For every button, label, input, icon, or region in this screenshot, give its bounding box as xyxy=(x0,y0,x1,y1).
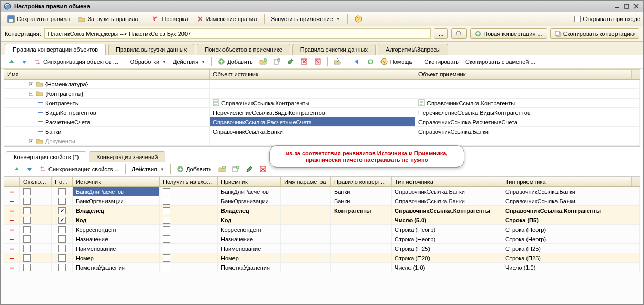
add-folder-button[interactable] xyxy=(257,56,269,67)
copy-replace-button[interactable]: Скопировать с заменой ... xyxy=(463,57,538,66)
checkbox-icon[interactable] xyxy=(23,235,31,243)
processings-button[interactable]: Обработки▼ xyxy=(128,57,169,66)
checkbox-icon[interactable] xyxy=(163,217,170,224)
help-upper-button[interactable]: ? Помощь xyxy=(378,56,415,67)
lower-col-source[interactable]: Источник xyxy=(73,177,160,186)
checkbox-icon[interactable] xyxy=(23,198,31,205)
checkbox-icon[interactable] xyxy=(163,254,170,262)
tab-property-conversion[interactable]: Конвертация свойств (*) xyxy=(6,151,86,162)
table-row[interactable]: –БанкОрганизацииБанкОрганизацииБанкиСпра… xyxy=(4,196,640,206)
add-folder-lower-button[interactable] xyxy=(216,164,228,174)
tree-row[interactable]: КонтрагентыСправочникСсылка.КонтрагентыС… xyxy=(4,99,640,108)
tab-cleanup[interactable]: Правила очистки данных xyxy=(292,44,376,55)
add-lower-button[interactable]: Добавить xyxy=(174,164,214,174)
tab-value-conversion[interactable]: Конвертация значений xyxy=(89,151,165,162)
lower-col-get-from-input[interactable]: Получить из вход... xyxy=(160,177,218,186)
table-row[interactable]: –КодКодЧисло (5.0)Строка (П5) xyxy=(4,215,640,225)
conversion-clear-button[interactable] xyxy=(451,28,467,39)
checkbox-icon[interactable] xyxy=(58,264,66,271)
table-row[interactable]: –НазначениеНазначениеСтрока (Неогр)Строк… xyxy=(4,234,640,244)
checkbox-icon[interactable] xyxy=(163,264,170,271)
add-copy-button[interactable] xyxy=(270,56,283,67)
table-row[interactable]: –ПометкаУдаленияПометкаУдаленияЧисло (1.… xyxy=(4,263,640,272)
checkbox-icon[interactable] xyxy=(58,188,66,195)
checkbox-icon[interactable] xyxy=(163,235,170,243)
tab-search[interactable]: Поиск объектов в приемнике xyxy=(197,44,290,55)
checkbox-icon[interactable] xyxy=(58,217,66,224)
actions-lower-button[interactable]: Действия▼ xyxy=(129,164,167,174)
checkbox-icon[interactable] xyxy=(23,217,31,224)
add-upper-button[interactable]: Добавить xyxy=(215,56,256,67)
lower-col-find[interactable]: Пои... xyxy=(52,177,73,186)
minimize-button[interactable] xyxy=(613,3,621,10)
checkbox-icon[interactable] xyxy=(23,264,31,271)
tree-row[interactable]: {Контрагенты} xyxy=(4,89,640,99)
lower-col-marker[interactable] xyxy=(4,177,20,186)
checkbox-icon[interactable] xyxy=(23,245,31,252)
copy-rule-button[interactable]: Скопировать xyxy=(422,57,462,66)
move-to-folder-button[interactable] xyxy=(331,56,344,67)
sync-objects-button[interactable]: Синхронизация объектов ... xyxy=(31,56,121,67)
lower-col-source-type[interactable]: Тип источника xyxy=(392,177,502,186)
checkbox-icon[interactable] xyxy=(58,254,66,262)
lower-col-param-name[interactable]: Имя параметра xyxy=(281,177,331,186)
save-rules-button[interactable]: Сохранить правила xyxy=(4,14,73,24)
checkbox-icon[interactable] xyxy=(23,254,31,262)
table-row[interactable]: –НомерНомерСтрока (П20)Строка (П25) xyxy=(4,253,640,263)
sync-properties-button[interactable]: Синхронизация свойств ... xyxy=(36,164,122,174)
table-row[interactable]: –КорреспондентКорреспондентСтрока (Неогр… xyxy=(4,225,640,234)
checkbox-icon[interactable] xyxy=(23,188,31,195)
open-on-start-checkbox[interactable]: Открывать при входе xyxy=(574,16,640,22)
conversion-browse-button[interactable]: ... xyxy=(434,28,448,39)
checkbox-icon[interactable] xyxy=(163,226,170,233)
tree-row[interactable]: Документы xyxy=(4,136,640,146)
move-up-button[interactable] xyxy=(6,57,17,66)
tab-object-rules[interactable]: Правила конвертации объектов xyxy=(5,44,106,55)
expander-icon[interactable] xyxy=(28,82,34,87)
edit-lower-button[interactable] xyxy=(243,164,256,174)
delete-upper-button[interactable] xyxy=(298,56,310,67)
help-button[interactable]: ? xyxy=(351,14,366,24)
upper-col-source[interactable]: Объект источник xyxy=(210,70,415,79)
tab-algorithms[interactable]: Алгоритмы\Запросы xyxy=(378,44,448,55)
copy-conversion-button[interactable]: Скопировать конвертацию xyxy=(550,28,639,39)
checkbox-icon[interactable] xyxy=(58,198,66,205)
check-button[interactable]: Проверка xyxy=(149,14,191,24)
run-app-button[interactable]: Запустить приложение ▼ xyxy=(268,14,344,24)
table-row[interactable]: –НаименованиеНаименованиеСтрока (П25)Стр… xyxy=(4,244,640,253)
expander-icon[interactable] xyxy=(28,139,34,144)
upper-col-destination[interactable]: Объект приемник xyxy=(415,70,631,79)
checkbox-icon[interactable] xyxy=(163,188,170,195)
close-button[interactable] xyxy=(632,3,640,10)
checkbox-icon[interactable] xyxy=(58,207,66,214)
lower-col-destination-type[interactable]: Тип приемника xyxy=(502,177,631,186)
move-up-lower-button[interactable] xyxy=(11,164,23,174)
lower-col-destination[interactable]: Приемник xyxy=(218,177,281,186)
actions-upper-button[interactable]: Действия▼ xyxy=(170,57,208,66)
delete-lower-button[interactable] xyxy=(257,164,269,174)
move-down-lower-button[interactable] xyxy=(24,164,35,174)
refresh-button[interactable] xyxy=(364,56,377,67)
table-row[interactable]: –ВладелецВладелецКонтрагентыСправочникСс… xyxy=(4,206,640,215)
lower-col-rule[interactable]: Правило конверта... xyxy=(331,177,392,186)
checkbox-icon[interactable] xyxy=(58,245,66,252)
lower-col-disabled[interactable]: Отключи... xyxy=(20,177,52,186)
checkbox-icon[interactable] xyxy=(23,226,31,233)
edit-button[interactable] xyxy=(284,56,297,67)
prev-button[interactable] xyxy=(350,56,363,67)
checkbox-icon[interactable] xyxy=(163,207,170,214)
upper-scrollbar[interactable] xyxy=(631,70,640,79)
checkbox-icon[interactable] xyxy=(58,235,66,243)
tree-row[interactable]: ВидыКонтрагентовПеречислениеСсылка.ВидыК… xyxy=(4,108,640,117)
lower-scrollbar[interactable] xyxy=(631,177,640,186)
conversion-field[interactable]: ПластикСоюз Менеджеры --> ПластикСоюз Бу… xyxy=(44,28,431,39)
checkbox-icon[interactable] xyxy=(163,245,170,252)
mark-delete-button[interactable] xyxy=(311,56,324,67)
tree-row[interactable]: БанкиСправочникСсылка.БанкиСправочникСсы… xyxy=(4,127,640,136)
expander-icon[interactable] xyxy=(28,91,34,96)
upper-col-name[interactable]: Имя xyxy=(4,70,210,79)
maximize-button[interactable] xyxy=(622,3,631,10)
tab-export-rules[interactable]: Правила выгрузки данных xyxy=(108,44,194,55)
tree-row[interactable]: РасчетныеСчетаСправочникСсылка.Расчетные… xyxy=(4,117,640,127)
table-row[interactable]: –БанкДляРасчетовБанкДляРасчетовБанкиСпра… xyxy=(4,187,640,196)
